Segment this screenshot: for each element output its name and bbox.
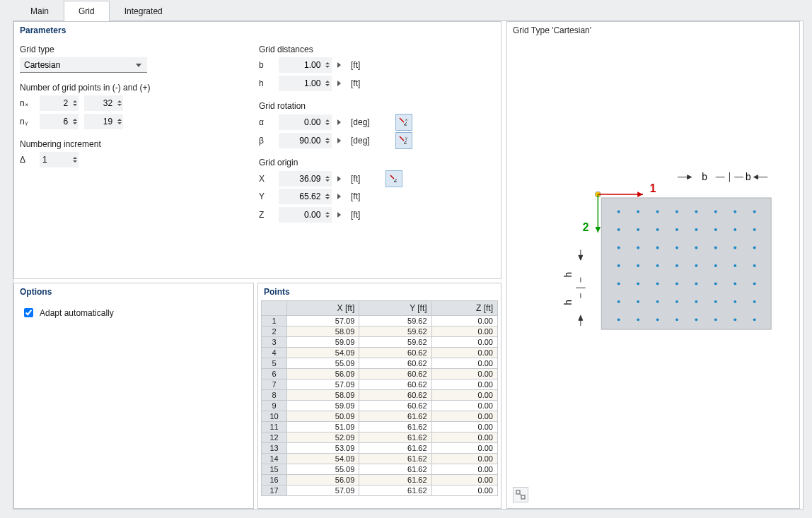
cell-y: 59.62 [359, 337, 431, 348]
numbering-label: Numbering increment [20, 139, 101, 149]
origin-z-spinner[interactable] [279, 207, 332, 223]
cell-y: 61.62 [359, 475, 431, 485]
table-row[interactable]: 258.0959.620.00 [262, 326, 498, 337]
ny-pos-spinner[interactable] [84, 114, 123, 129]
preview-panel: Grid Type 'Cartesian' b b 1 2 [506, 21, 800, 509]
beta-more-icon[interactable] [337, 138, 341, 143]
cell-z: 0.00 [431, 348, 497, 358]
nx-pos-spinner[interactable] [84, 95, 123, 111]
svg-marker-6 [688, 175, 692, 179]
delta-spinner[interactable] [40, 152, 79, 167]
table-row[interactable]: 656.0960.620.00 [262, 369, 498, 379]
origin-y-more-icon[interactable] [337, 194, 341, 199]
svg-point-48 [714, 264, 717, 267]
origin-z-unit: [ft] [351, 210, 360, 220]
table-row[interactable]: 157.0959.620.00 [262, 316, 498, 326]
tab-integrated[interactable]: Integrated [110, 1, 178, 21]
svg-point-41 [733, 247, 736, 249]
table-row[interactable]: 1757.0961.620.00 [262, 485, 498, 496]
svg-line-0 [400, 118, 404, 122]
table-row[interactable]: 555.0960.620.00 [262, 358, 498, 369]
table-row[interactable]: 1656.0961.620.00 [262, 475, 498, 485]
content-area: Parameters Grid type Number of grid poin… [13, 20, 804, 510]
table-row[interactable]: 858.0960.620.00 [262, 390, 498, 401]
grid-type-select[interactable] [20, 57, 147, 73]
cell-z: 0.00 [431, 379, 497, 390]
table-row[interactable]: 454.0960.620.00 [262, 348, 498, 358]
cell-x: 54.09 [287, 348, 359, 358]
table-row[interactable]: 757.0960.620.00 [262, 379, 498, 390]
svg-point-33 [733, 228, 736, 231]
svg-point-51 [617, 282, 620, 285]
origin-label: Grid origin [259, 158, 298, 167]
cell-x: 59.09 [287, 401, 359, 411]
alpha-more-icon[interactable] [337, 119, 341, 125]
svg-point-47 [695, 264, 697, 267]
svg-marker-17 [595, 227, 601, 232]
svg-point-42 [753, 247, 756, 249]
beta-spinner[interactable] [279, 133, 332, 148]
tab-grid[interactable]: Grid [64, 1, 110, 21]
cell-y: 61.62 [359, 411, 431, 422]
table-row[interactable]: 1151.0961.620.00 [262, 422, 498, 432]
ny-neg-spinner[interactable] [40, 114, 79, 129]
svg-point-30 [675, 228, 678, 231]
cell-y: 60.62 [359, 369, 431, 379]
cell-index: 10 [262, 411, 287, 422]
cell-z: 0.00 [431, 358, 497, 369]
origin-y-spinner[interactable] [279, 189, 332, 204]
cell-z: 0.00 [431, 454, 497, 464]
svg-text:x: x [405, 117, 407, 122]
parameters-title: Parameters [20, 25, 66, 35]
adapt-checkbox[interactable] [24, 308, 33, 317]
table-row[interactable]: 359.0959.620.00 [262, 337, 498, 348]
cell-index: 5 [262, 358, 287, 369]
dist-h-spinner[interactable] [279, 76, 332, 91]
dist-h-more-icon[interactable] [337, 81, 341, 86]
svg-point-21 [656, 211, 659, 213]
origin-z-more-icon[interactable] [337, 212, 341, 218]
cell-index: 2 [262, 326, 287, 337]
cell-x: 56.09 [287, 369, 359, 379]
points-scroll[interactable]: X [ft] Y [ft] Z [ft] 157.0959.620.00258.… [261, 300, 498, 505]
origin-x-more-icon[interactable] [337, 176, 341, 182]
alpha-spinner[interactable] [279, 114, 332, 130]
table-row[interactable]: 1555.0961.620.00 [262, 464, 498, 475]
table-row[interactable]: 1454.0961.620.00 [262, 454, 498, 464]
cell-z: 0.00 [431, 411, 497, 422]
svg-point-39 [695, 247, 697, 249]
preview-b-label-1: b [702, 172, 707, 182]
options-title: Options [20, 287, 52, 297]
svg-line-84 [520, 494, 521, 495]
table-row[interactable]: 1353.0961.620.00 [262, 443, 498, 454]
cell-index: 14 [262, 454, 287, 464]
origin-x-spinner[interactable] [279, 171, 332, 187]
svg-point-74 [753, 318, 756, 321]
pick-alpha-button[interactable]: x [395, 114, 412, 131]
preview-extra-button[interactable] [513, 487, 528, 502]
dist-b-label: b [259, 60, 273, 70]
cell-y: 60.62 [359, 379, 431, 390]
cell-index: 1 [262, 316, 287, 326]
pick-point-icon [388, 173, 400, 184]
table-row[interactable]: 959.0960.620.00 [262, 401, 498, 411]
nx-neg-spinner[interactable] [40, 95, 79, 111]
svg-point-72 [714, 318, 717, 321]
nx-label: nₓ [20, 98, 34, 108]
pick-beta-button[interactable]: y [395, 132, 412, 149]
rotation-label: Grid rotation [259, 101, 306, 111]
cell-index: 17 [262, 485, 287, 496]
table-row[interactable]: 1252.0961.620.00 [262, 432, 498, 443]
cell-x: 55.09 [287, 358, 359, 369]
table-row[interactable]: 1050.0961.620.00 [262, 411, 498, 422]
cell-x: 57.09 [287, 485, 359, 496]
origin-x-label: X [259, 174, 273, 184]
svg-point-65 [733, 300, 736, 303]
points-panel: Points X [ft] Y [ft] Z [ft] 157.0959.620… [257, 283, 501, 509]
cell-z: 0.00 [431, 432, 497, 443]
dist-b-more-icon[interactable] [337, 62, 341, 68]
dist-b-spinner[interactable] [279, 57, 332, 73]
pick-origin-button[interactable] [385, 170, 402, 187]
tab-main[interactable]: Main [16, 1, 64, 21]
cell-index: 6 [262, 369, 287, 379]
